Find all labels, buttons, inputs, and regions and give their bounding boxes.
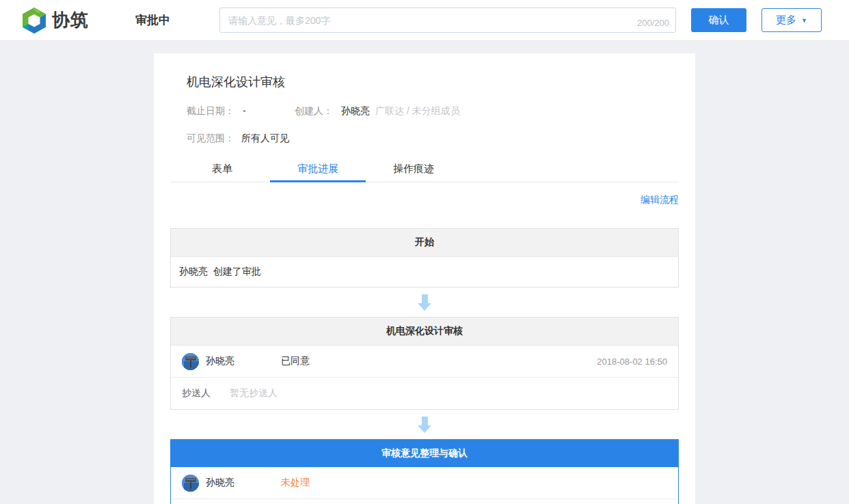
flow-arrow-down-icon	[170, 410, 679, 439]
creator-org: 广联达 / 未分组成员	[375, 105, 460, 117]
deadline-value: -	[243, 105, 246, 117]
app-logo: 协筑	[21, 7, 135, 34]
confirm-cc-row: 抄送人 暂无抄送人	[171, 499, 678, 504]
approval-detail-card: 机电深化设计审核 截止日期： - 创建人： 孙晓亮 广联达 / 未分组成员 可见…	[154, 53, 695, 504]
flow-node-start-title: 开始	[171, 229, 678, 257]
review-time: 2018-08-02 16:50	[597, 356, 667, 367]
logo-text: 协筑	[52, 8, 89, 32]
review-actor-row: 孙晓亮 已同意 2018-08-02 16:50	[171, 346, 678, 377]
comment-box: 200/200	[219, 8, 676, 33]
char-counter: 200/200	[637, 18, 669, 28]
edit-flow-link[interactable]: 编辑流程	[641, 194, 679, 205]
visibility-value: 所有人可见	[241, 132, 289, 145]
flow-arrow-down-icon	[170, 288, 679, 317]
tab-approval-progress[interactable]: 审批进展	[270, 156, 366, 182]
approval-flow: 开始 孙晓亮 创建了审批 机电深化设计审核	[170, 216, 679, 504]
top-header-bar: 协筑 审批中 200/200 确认 更多 ▼	[0, 0, 849, 41]
review-cc-row: 抄送人 暂无抄送人	[171, 377, 678, 409]
visibility-label: 可见范围：	[187, 132, 234, 145]
confirm-status: 未处理	[281, 477, 310, 489]
flow-node-review-title: 机电深化设计审核	[171, 318, 678, 346]
more-button[interactable]: 更多 ▼	[762, 8, 822, 32]
confirm-button[interactable]: 确认	[691, 8, 746, 32]
detail-tabs: 表单 审批进展 操作痕迹	[170, 156, 679, 182]
avatar	[182, 475, 199, 492]
deadline-label: 截止日期：	[187, 105, 234, 117]
tab-form[interactable]: 表单	[174, 156, 270, 182]
start-actor-name: 孙晓亮	[179, 266, 208, 277]
confirm-actor-name: 孙晓亮	[206, 477, 281, 489]
approval-status-title: 审批中	[135, 12, 170, 28]
meta-row-deadline-creator: 截止日期： - 创建人： 孙晓亮 广联达 / 未分组成员	[187, 105, 662, 117]
tab-operation-trace[interactable]: 操作痕迹	[366, 156, 461, 182]
meta-row-visibility: 可见范围： 所有人可见	[187, 132, 662, 145]
approval-meta: 截止日期： - 创建人： 孙晓亮 广联达 / 未分组成员 可见范围： 所有人可见	[170, 105, 679, 145]
flow-node-start-entry: 孙晓亮 创建了审批	[171, 257, 678, 287]
creator-name: 孙晓亮	[341, 105, 370, 117]
confirm-actor-row: 孙晓亮 未处理	[171, 467, 678, 499]
edit-flow-row: 编辑流程	[170, 182, 679, 216]
approval-title: 机电深化设计审核	[170, 53, 679, 90]
flow-node-confirm: 审核意见整理与确认 孙晓亮 未处理 抄送人 暂无抄送人	[170, 439, 679, 504]
cc-value: 暂无抄送人	[230, 387, 278, 400]
review-actor-name: 孙晓亮	[206, 355, 281, 367]
start-action-text: 创建了审批	[213, 266, 261, 277]
cc-label: 抄送人	[182, 387, 211, 400]
comment-input[interactable]	[219, 8, 676, 33]
flow-node-review: 机电深化设计审核 孙晓亮 已同意 2018-08-02 16:50 抄送人	[170, 317, 679, 410]
review-status: 已同意	[281, 355, 310, 367]
logo-icon	[21, 7, 48, 34]
chevron-down-icon: ▼	[801, 17, 807, 24]
avatar	[182, 353, 199, 370]
flow-node-start: 开始 孙晓亮 创建了审批	[170, 228, 679, 288]
more-button-label: 更多	[776, 14, 796, 27]
creator-label: 创建人：	[295, 105, 333, 117]
flow-node-confirm-title: 审核意见整理与确认	[171, 440, 678, 467]
